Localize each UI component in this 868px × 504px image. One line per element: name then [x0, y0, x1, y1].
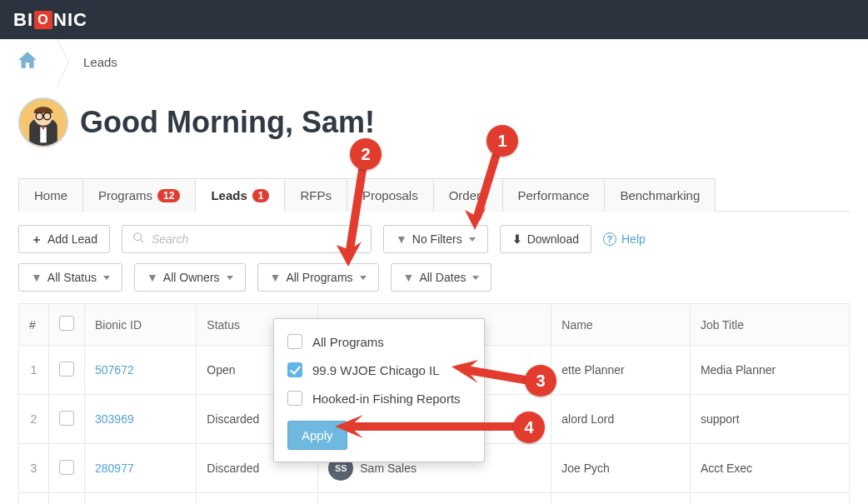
- annotation-3: 3: [525, 365, 556, 397]
- annotation-arrows: [0, 0, 868, 504]
- svg-line-8: [477, 157, 496, 217]
- svg-line-12: [466, 370, 525, 380]
- annotation-4: 4: [513, 412, 545, 443]
- svg-line-10: [350, 170, 362, 250]
- annotation-2: 2: [350, 138, 382, 170]
